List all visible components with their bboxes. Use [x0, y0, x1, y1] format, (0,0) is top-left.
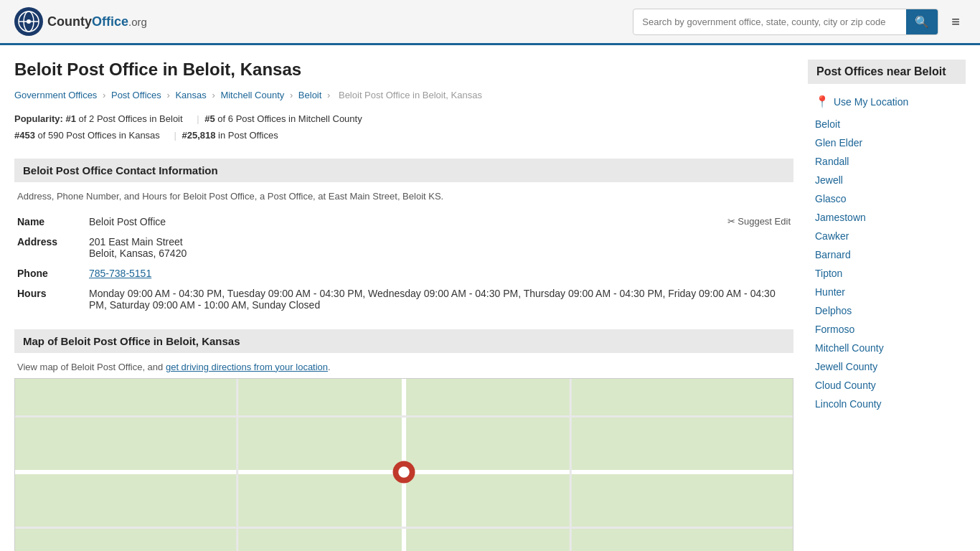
location-icon: 📍: [815, 95, 829, 108]
name-label: Name: [14, 212, 86, 232]
search-button[interactable]: 🔍: [906, 9, 938, 34]
sidebar-link-jamestown[interactable]: Jamestown: [808, 208, 966, 227]
logo-text: CountyOffice.org: [47, 14, 147, 29]
search-input[interactable]: [633, 11, 906, 33]
address-value: 201 East Main Street Beloit, Kansas, 674…: [86, 232, 793, 263]
logo-icon: [14, 7, 43, 36]
sidebar-link-cloud-county[interactable]: Cloud County: [808, 376, 966, 395]
header-right: 🔍 ≡: [633, 9, 966, 35]
sidebar-link-randall[interactable]: Randall: [808, 152, 966, 171]
popularity-label: Popularity:: [14, 113, 63, 124]
address-row: Address 201 East Main Street Beloit, Kan…: [14, 232, 793, 263]
contact-section-header: Beloit Post Office Contact Information: [14, 159, 793, 182]
breadcrumb-kansas[interactable]: Kansas: [175, 90, 206, 100]
address-label: Address: [14, 232, 86, 263]
sidebar-link-beloit[interactable]: Beloit: [808, 115, 966, 133]
name-value: Beloit Post Office ✂ Suggest Edit: [86, 212, 793, 232]
sidebar-link-glen-elder[interactable]: Glen Elder: [808, 133, 966, 152]
suggest-edit-link[interactable]: ✂ Suggest Edit: [727, 216, 791, 227]
sidebar: Post Offices near Beloit 📍 Use My Locati…: [808, 60, 966, 551]
content-area: Beloit Post Office in Beloit, Kansas Gov…: [14, 60, 793, 551]
sidebar-link-tipton[interactable]: Tipton: [808, 264, 966, 283]
use-location-row: 📍 Use My Location: [808, 91, 966, 112]
sidebar-link-hunter[interactable]: Hunter: [808, 283, 966, 301]
phone-value: 785-738-5151: [86, 263, 793, 283]
contact-description: Address, Phone Number, and Hours for Bel…: [14, 191, 793, 202]
logo-area: CountyOffice.org: [14, 7, 147, 36]
svg-point-13: [398, 466, 409, 477]
page-title: Beloit Post Office in Beloit, Kansas: [14, 60, 793, 80]
breadcrumb: Government Offices › Post Offices › Kans…: [14, 90, 793, 100]
menu-button[interactable]: ≡: [946, 11, 966, 33]
sidebar-link-formoso[interactable]: Formoso: [808, 320, 966, 339]
use-my-location-link[interactable]: Use My Location: [834, 96, 908, 108]
breadcrumb-mitchell-county[interactable]: Mitchell County: [220, 90, 284, 100]
popularity-item-3: #25,818 in Post Offices: [182, 127, 278, 143]
breadcrumb-post-offices[interactable]: Post Offices: [111, 90, 161, 100]
map-area[interactable]: [14, 378, 793, 551]
phone-row: Phone 785-738-5151: [14, 263, 793, 283]
sidebar-heading: Post Offices near Beloit: [808, 60, 966, 84]
hours-row: Hours Monday 09:00 AM - 04:30 PM, Tuesda…: [14, 283, 793, 315]
site-header: CountyOffice.org 🔍 ≡: [0, 0, 980, 45]
popularity-section: Popularity: #1 of 2 Post Offices in Belo…: [14, 110, 793, 144]
map-description: View map of Beloit Post Office, and get …: [14, 362, 793, 372]
hours-value: Monday 09:00 AM - 04:30 PM, Tuesday 09:0…: [86, 283, 793, 315]
sidebar-link-delphos[interactable]: Delphos: [808, 301, 966, 320]
sidebar-link-barnard[interactable]: Barnard: [808, 245, 966, 264]
popularity-item-0: #1 of 2 Post Offices in Beloit: [66, 110, 183, 127]
hours-label: Hours: [14, 283, 86, 315]
map-section-header: Map of Beloit Post Office in Beloit, Kan…: [14, 329, 793, 353]
sidebar-link-cawker[interactable]: Cawker: [808, 227, 966, 245]
name-row: Name Beloit Post Office ✂ Suggest Edit: [14, 212, 793, 232]
phone-link[interactable]: 785-738-5151: [89, 268, 151, 279]
contact-info-table: Name Beloit Post Office ✂ Suggest Edit A…: [14, 212, 793, 315]
popularity-item-2: #453 of 590 Post Offices in Kansas: [14, 127, 160, 143]
map-svg: [15, 379, 793, 551]
phone-label: Phone: [14, 263, 86, 283]
driving-directions-link[interactable]: get driving directions from your locatio…: [166, 362, 328, 372]
sidebar-link-lincoln-county[interactable]: Lincoln County: [808, 395, 966, 413]
breadcrumb-beloit[interactable]: Beloit: [298, 90, 322, 100]
sidebar-link-glasco[interactable]: Glasco: [808, 189, 966, 208]
popularity-item-1: #5 of 6 Post Offices in Mitchell County: [204, 110, 362, 127]
main-container: Beloit Post Office in Beloit, Kansas Gov…: [0, 45, 980, 551]
breadcrumb-current: Beloit Post Office in Beloit, Kansas: [339, 90, 482, 100]
svg-point-4: [27, 19, 31, 24]
sidebar-link-jewell[interactable]: Jewell: [808, 171, 966, 189]
sidebar-link-mitchell-county[interactable]: Mitchell County: [808, 339, 966, 357]
search-bar: 🔍: [633, 9, 938, 35]
sidebar-link-jewell-county[interactable]: Jewell County: [808, 357, 966, 376]
breadcrumb-government-offices[interactable]: Government Offices: [14, 90, 97, 100]
